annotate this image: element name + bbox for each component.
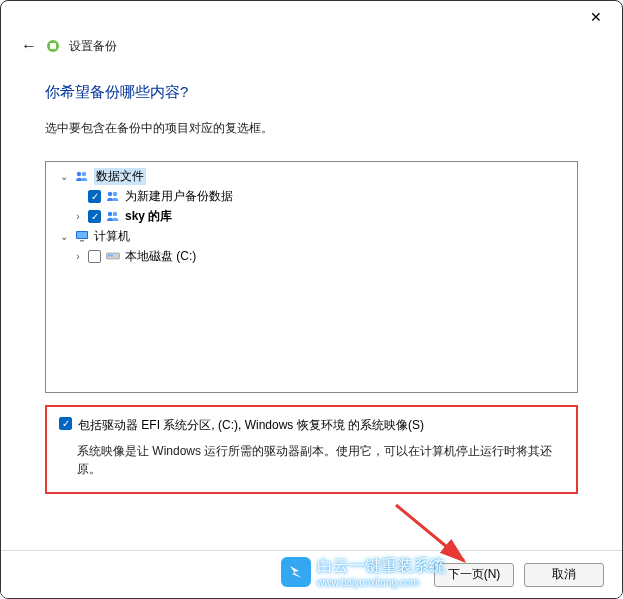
checkbox[interactable]: ✓ — [88, 210, 101, 223]
chevron-down-icon[interactable]: ⌄ — [58, 230, 70, 242]
chevron-down-icon[interactable]: ⌄ — [58, 170, 70, 182]
expander-placeholder — [72, 190, 84, 202]
system-image-label[interactable]: 包括驱动器 EFI 系统分区, (C:), Windows 恢复环境 的系统映像… — [78, 417, 424, 434]
tree-label[interactable]: 本地磁盘 (C:) — [125, 248, 196, 265]
drive-icon — [105, 248, 121, 264]
svg-rect-9 — [77, 232, 87, 238]
tree-label[interactable]: 为新建用户备份数据 — [125, 188, 233, 205]
chevron-right-icon[interactable]: › — [72, 250, 84, 262]
svg-point-7 — [113, 212, 117, 216]
svg-point-3 — [82, 172, 86, 176]
svg-rect-10 — [80, 240, 84, 242]
tree-item-local-disk-c[interactable]: › 本地磁盘 (C:) — [52, 246, 571, 266]
tree-item-new-user-backup[interactable]: ✓ 为新建用户备份数据 — [52, 186, 571, 206]
people-icon — [105, 208, 121, 224]
backup-tree[interactable]: ⌄ 数据文件 ✓ 为新建用户备份数据 › ✓ sky 的库 ⌄ — [45, 161, 578, 393]
tree-label[interactable]: 计算机 — [94, 228, 130, 245]
next-button[interactable]: 下一页(N) — [434, 563, 514, 587]
monitor-icon — [74, 228, 90, 244]
people-icon — [74, 168, 90, 184]
tree-item-sky-library[interactable]: › ✓ sky 的库 — [52, 206, 571, 226]
dialog-footer: 下一页(N) 取消 — [1, 550, 622, 598]
cancel-button[interactable]: 取消 — [524, 563, 604, 587]
people-icon — [105, 188, 121, 204]
backup-icon — [45, 38, 61, 54]
system-image-section: ✓ 包括驱动器 EFI 系统分区, (C:), Windows 恢复环境 的系统… — [45, 405, 578, 494]
instruction-text: 选中要包含在备份中的项目对应的复选框。 — [45, 120, 578, 137]
system-image-description: 系统映像是让 Windows 运行所需的驱动器副本。使用它，可以在计算机停止运行… — [59, 442, 564, 478]
tree-item-data-files[interactable]: ⌄ 数据文件 — [52, 166, 571, 186]
svg-rect-1 — [50, 43, 56, 49]
back-arrow-icon[interactable]: ← — [21, 37, 37, 55]
close-icon[interactable]: ✕ — [586, 9, 606, 25]
svg-point-5 — [113, 192, 117, 196]
tree-item-computer[interactable]: ⌄ 计算机 — [52, 226, 571, 246]
svg-point-6 — [108, 212, 112, 216]
svg-point-4 — [108, 192, 112, 196]
chevron-right-icon[interactable]: › — [72, 210, 84, 222]
checkbox[interactable]: ✓ — [88, 190, 101, 203]
main-heading: 你希望备份哪些内容? — [45, 83, 578, 102]
svg-point-2 — [77, 172, 81, 176]
tree-label[interactable]: 数据文件 — [94, 168, 146, 185]
svg-rect-12 — [108, 255, 113, 257]
system-image-checkbox[interactable]: ✓ — [59, 417, 72, 430]
checkbox[interactable] — [88, 250, 101, 263]
tree-label[interactable]: sky 的库 — [125, 208, 172, 225]
page-title: 设置备份 — [69, 38, 117, 55]
